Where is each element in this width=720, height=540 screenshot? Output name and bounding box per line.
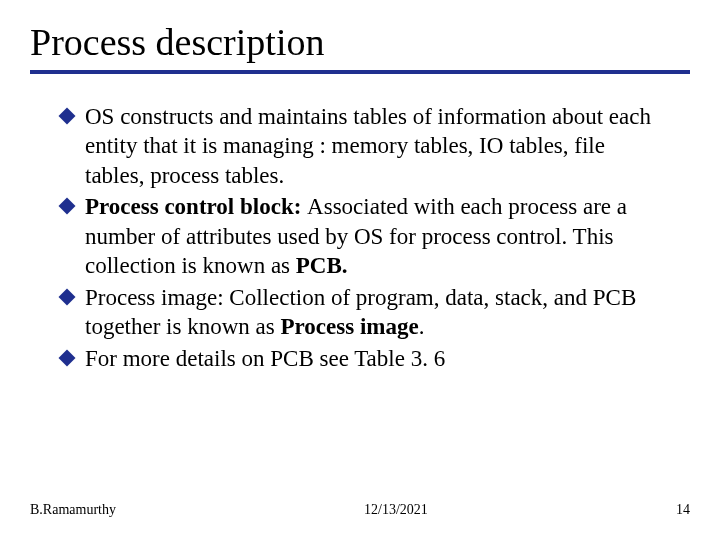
bullet-item: Process control block: Associated with e… bbox=[85, 192, 670, 280]
bullet-text: OS constructs and maintains tables of in… bbox=[85, 104, 651, 188]
footer-page-number: 14 bbox=[676, 502, 690, 518]
diamond-bullet-icon bbox=[59, 288, 76, 305]
bullet-text: For more details on PCB see Table 3. 6 bbox=[85, 346, 445, 371]
slide: Process description OS constructs and ma… bbox=[0, 0, 720, 540]
slide-footer: B.Ramamurthy 12/13/2021 14 bbox=[0, 502, 720, 518]
diamond-bullet-icon bbox=[59, 349, 76, 366]
bullet-bold: Process image bbox=[280, 314, 418, 339]
footer-author: B.Ramamurthy bbox=[30, 502, 116, 518]
bullet-text: . bbox=[419, 314, 425, 339]
bullet-bold: PCB. bbox=[296, 253, 348, 278]
slide-title: Process description bbox=[30, 20, 690, 74]
footer-date: 12/13/2021 bbox=[116, 502, 676, 518]
bullet-item: For more details on PCB see Table 3. 6 bbox=[85, 344, 670, 373]
diamond-bullet-icon bbox=[59, 198, 76, 215]
bullet-bold: Process control block: bbox=[85, 194, 307, 219]
bullet-item: OS constructs and maintains tables of in… bbox=[85, 102, 670, 190]
bullet-item: Process image: Collection of program, da… bbox=[85, 283, 670, 342]
diamond-bullet-icon bbox=[59, 108, 76, 125]
slide-content: OS constructs and maintains tables of in… bbox=[30, 102, 690, 373]
